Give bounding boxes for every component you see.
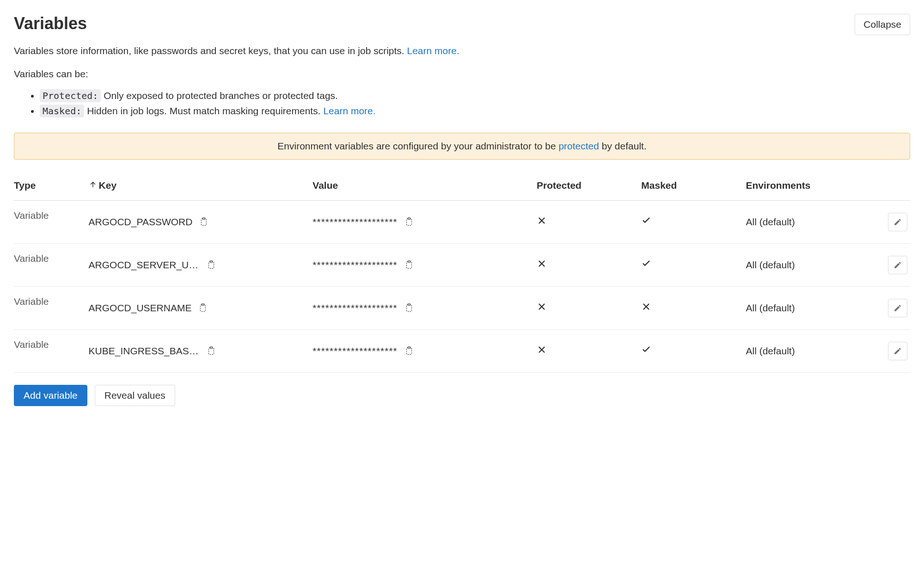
cell-environments: All (default)	[746, 329, 865, 372]
edit-variable-button[interactable]	[888, 299, 907, 317]
column-header-environments[interactable]: Environments	[746, 173, 865, 201]
cell-actions	[865, 286, 910, 329]
column-header-masked[interactable]: Masked	[641, 173, 746, 201]
variable-value-masked: ********************	[312, 216, 397, 228]
cell-environments: All (default)	[746, 286, 865, 329]
copy-value-icon[interactable]	[402, 215, 416, 229]
cell-value: ********************	[312, 329, 537, 372]
table-row: VariableARGOCD_PASSWORD*****************…	[14, 200, 910, 243]
cell-masked	[641, 329, 746, 372]
cell-key: ARGOCD_USERNAME	[89, 286, 313, 329]
masked-tag: Masked:	[40, 105, 84, 117]
cell-value: ********************	[312, 286, 537, 329]
check-icon	[641, 259, 651, 269]
copy-value-icon[interactable]	[402, 301, 416, 315]
protected-tag: Protected:	[40, 89, 101, 102]
cell-type: Variable	[14, 286, 89, 329]
cell-environments: All (default)	[746, 243, 865, 286]
copy-key-icon[interactable]	[196, 301, 210, 315]
table-row: VariableARGOCD_SERVER_URL***************…	[14, 243, 910, 286]
column-header-protected[interactable]: Protected	[537, 173, 641, 201]
column-header-actions	[865, 173, 910, 201]
page-title: Variables	[14, 14, 87, 33]
close-icon	[537, 259, 547, 269]
edit-variable-button[interactable]	[888, 213, 907, 231]
column-header-key-label: Key	[99, 180, 117, 191]
cell-type: Variable	[14, 200, 89, 243]
variable-value-masked: ********************	[312, 259, 397, 271]
cell-protected	[537, 200, 641, 243]
copy-key-icon[interactable]	[204, 344, 218, 358]
cell-environments: All (default)	[746, 200, 865, 243]
variables-can-be-label: Variables can be:	[14, 68, 910, 80]
arrow-up-icon	[89, 180, 97, 191]
cell-masked	[641, 243, 746, 286]
copy-key-icon[interactable]	[197, 215, 211, 229]
column-header-key[interactable]: Key	[89, 173, 313, 201]
variable-key: ARGOCD_SERVER_URL	[89, 259, 200, 271]
cell-actions	[865, 329, 910, 372]
table-row: VariableARGOCD_USERNAME*****************…	[14, 286, 910, 329]
variable-key: ARGOCD_PASSWORD	[89, 216, 193, 228]
variable-value-masked: ********************	[312, 303, 397, 314]
cell-actions	[865, 200, 910, 243]
alert-protected-link[interactable]: protected	[558, 141, 599, 151]
close-icon	[537, 302, 547, 312]
variables-table: Type Key Value Protected Masked Environm…	[14, 173, 910, 373]
copy-value-icon[interactable]	[402, 258, 416, 272]
list-item: Masked: Hidden in job logs. Must match m…	[40, 103, 910, 119]
learn-more-link[interactable]: Learn more.	[407, 45, 459, 56]
copy-value-icon[interactable]	[402, 344, 416, 358]
variable-types-list: Protected: Only exposed to protected bra…	[40, 88, 910, 119]
alert-prefix: Environment variables are configured by …	[277, 141, 558, 151]
check-icon	[641, 345, 651, 355]
collapse-button[interactable]: Collapse	[855, 14, 910, 35]
cell-value: ********************	[312, 243, 537, 286]
add-variable-button[interactable]: Add variable	[14, 385, 87, 406]
cell-protected	[537, 329, 641, 372]
alert-suffix: by default.	[599, 141, 647, 151]
close-icon	[641, 302, 651, 312]
cell-key: ARGOCD_SERVER_URL	[89, 243, 313, 286]
copy-key-icon[interactable]	[204, 258, 218, 272]
variable-key: KUBE_INGRESS_BASE_…	[89, 346, 200, 357]
reveal-values-button[interactable]: Reveal values	[95, 385, 175, 406]
close-icon	[537, 345, 547, 355]
variable-value-masked: ********************	[312, 346, 397, 357]
table-row: VariableKUBE_INGRESS_BASE_…*************…	[14, 329, 910, 372]
column-header-value[interactable]: Value	[312, 173, 537, 201]
cell-key: KUBE_INGRESS_BASE_…	[89, 329, 313, 372]
cell-type: Variable	[14, 329, 89, 372]
description-text: Variables store information, like passwo…	[14, 43, 910, 58]
cell-protected	[537, 243, 641, 286]
masked-learn-more-link[interactable]: Learn more.	[323, 105, 375, 116]
edit-variable-button[interactable]	[888, 342, 907, 360]
cell-value: ********************	[312, 200, 537, 243]
cell-masked	[641, 200, 746, 243]
edit-variable-button[interactable]	[888, 256, 907, 274]
cell-key: ARGOCD_PASSWORD	[89, 200, 313, 243]
check-icon	[641, 216, 651, 226]
cell-protected	[537, 286, 641, 329]
column-header-type[interactable]: Type	[14, 173, 89, 201]
cell-masked	[641, 286, 746, 329]
cell-actions	[865, 243, 910, 286]
variable-key: ARGOCD_USERNAME	[89, 303, 192, 314]
cell-type: Variable	[14, 243, 89, 286]
close-icon	[537, 216, 547, 226]
description-prefix: Variables store information, like passwo…	[14, 45, 407, 56]
alert-banner: Environment variables are configured by …	[14, 133, 910, 160]
masked-description: Hidden in job logs. Must match masking r…	[84, 105, 323, 116]
list-item: Protected: Only exposed to protected bra…	[40, 88, 910, 104]
protected-description: Only exposed to protected branches or pr…	[101, 90, 337, 101]
